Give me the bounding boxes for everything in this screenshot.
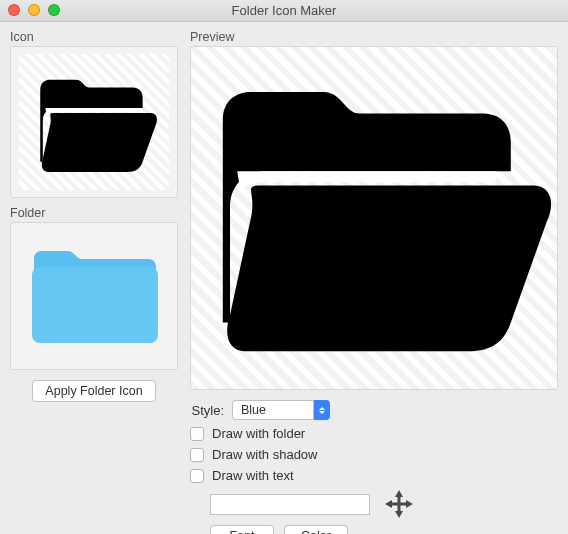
draw-with-shadow-label: Draw with shadow (212, 447, 318, 462)
style-select-value: Blue (232, 400, 314, 420)
chevron-up-down-icon (314, 400, 330, 420)
window-title: Folder Icon Maker (232, 3, 337, 18)
color-button[interactable]: Color (284, 525, 348, 534)
zoom-window-button[interactable] (48, 4, 60, 16)
icon-thumbnail (19, 54, 169, 190)
close-window-button[interactable] (8, 4, 20, 16)
draw-with-folder-label: Draw with folder (212, 426, 305, 441)
style-label: Style: (184, 403, 224, 418)
style-select[interactable]: Blue (232, 400, 330, 420)
blue-folder-icon (24, 241, 164, 351)
font-button[interactable]: Font (210, 525, 274, 534)
open-folder-icon (30, 72, 158, 172)
draw-with-text-checkbox[interactable] (190, 469, 204, 483)
svg-rect-6 (390, 503, 408, 506)
folder-well[interactable] (10, 222, 178, 370)
svg-rect-0 (32, 267, 158, 343)
window-controls (8, 4, 60, 16)
preview-section-label: Preview (190, 30, 558, 44)
folder-section-label: Folder (10, 206, 178, 220)
icon-well[interactable] (10, 46, 178, 198)
draw-with-text-label: Draw with text (212, 468, 294, 483)
icon-section-label: Icon (10, 30, 178, 44)
preview-well (190, 46, 558, 390)
apply-folder-icon-button[interactable]: Apply Folder Icon (32, 380, 155, 402)
minimize-window-button[interactable] (28, 4, 40, 16)
titlebar: Folder Icon Maker (0, 0, 568, 22)
open-folder-icon (194, 68, 554, 368)
text-input[interactable] (210, 494, 370, 515)
draw-with-shadow-checkbox[interactable] (190, 448, 204, 462)
draw-with-folder-checkbox[interactable] (190, 427, 204, 441)
move-icon[interactable] (384, 489, 414, 519)
